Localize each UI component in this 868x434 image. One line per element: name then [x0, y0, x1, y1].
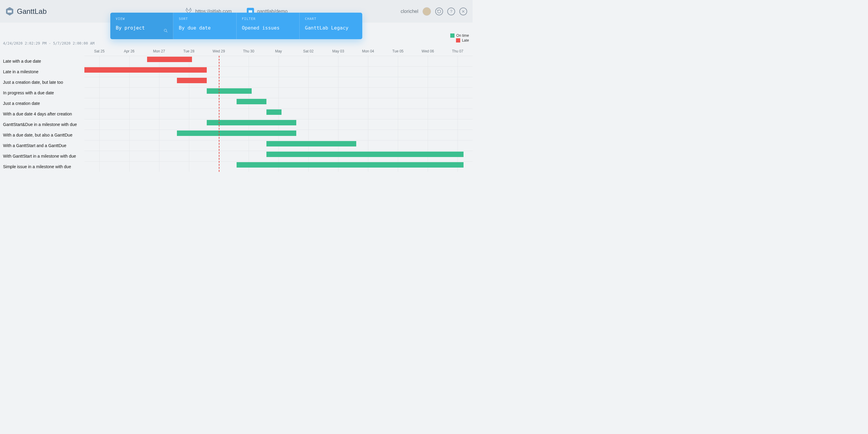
- time-tick: Tue 05: [393, 49, 404, 53]
- gantt-bar[interactable]: [177, 130, 296, 136]
- gantt-bar[interactable]: [237, 162, 464, 167]
- gantt-bar[interactable]: [177, 78, 207, 83]
- gantt-row-label: With a GanttStart and a GanttDue: [0, 140, 84, 151]
- grid-hline: [84, 151, 472, 151]
- time-tick: Thu 30: [243, 49, 254, 53]
- legend-ontime-label: On time: [456, 33, 469, 38]
- grid-hline: [84, 77, 472, 77]
- header-right: clorichel ?: [401, 7, 467, 16]
- gantt-bar[interactable]: [207, 120, 296, 125]
- control-sort-label: SORT: [179, 17, 230, 21]
- user-avatar[interactable]: [423, 7, 431, 16]
- gantt-grid: Sat 25Apr 26Mon 27Tue 28Wed 29Thu 30MayS…: [84, 47, 472, 172]
- grid-hline: [84, 98, 472, 98]
- gantt-row-label: Late in a milestone: [0, 66, 84, 77]
- time-tick: Mon 27: [153, 49, 165, 53]
- grid-hline: [84, 119, 472, 119]
- legend-swatch-ontime: [450, 33, 455, 38]
- legend-ontime: On time: [450, 33, 469, 38]
- grid-vline: [189, 56, 189, 172]
- time-tick: Apr 26: [124, 49, 134, 53]
- legend-swatch-late: [456, 38, 460, 42]
- chart-legend: On time Late: [450, 33, 469, 43]
- time-tick: May 03: [332, 49, 344, 53]
- date-range-label: 4/24/2020 2:02:29 PM - 5/7/2020 2:00:00 …: [0, 41, 472, 45]
- control-chart-label: CHART: [305, 17, 357, 21]
- gantt-bar[interactable]: [267, 152, 464, 157]
- gantt-row-label: Just a creation date: [0, 98, 84, 108]
- grid-hline: [84, 140, 472, 141]
- ganttlab-logo-icon: [5, 7, 14, 16]
- refresh-button[interactable]: [435, 7, 443, 16]
- time-tick: Mon 04: [362, 49, 374, 53]
- grid-vline: [159, 56, 159, 172]
- control-filter[interactable]: FILTER Opened issues: [237, 13, 300, 39]
- username-label: clorichel: [401, 9, 418, 14]
- time-tick: Sat 02: [303, 49, 314, 53]
- gantt-bar[interactable]: [237, 99, 267, 104]
- time-tick: May: [275, 49, 282, 53]
- grid-vline: [129, 56, 130, 172]
- gantt-row-label: In progress with a due date: [0, 87, 84, 98]
- app-header: GanttLab https://gitlab.com ganttlab/dem…: [0, 0, 472, 23]
- time-tick: Wed 29: [213, 49, 225, 53]
- control-view[interactable]: VIEW By project: [110, 13, 173, 39]
- gantt-row-label: GanttStart&Due in a milestone with due: [0, 119, 84, 130]
- control-view-label: VIEW: [116, 17, 167, 21]
- time-tick: Thu 07: [452, 49, 463, 53]
- grid-vline: [249, 56, 249, 172]
- svg-point-0: [164, 29, 167, 32]
- grid-hline: [84, 130, 472, 130]
- control-bar: VIEW By project SORT By due date FILTER …: [110, 13, 362, 39]
- grid-hline: [84, 66, 472, 67]
- close-button[interactable]: [459, 7, 467, 16]
- legend-late-label: Late: [462, 38, 469, 42]
- time-tick: Tue 28: [183, 49, 194, 53]
- control-chart-value: GanttLab Legacy: [305, 25, 357, 31]
- app-title: GanttLab: [17, 7, 47, 16]
- control-sort[interactable]: SORT By due date: [173, 13, 236, 39]
- gantt-row-label: Simple issue in a milestone with due: [0, 161, 84, 172]
- time-tick: Sat 25: [94, 49, 104, 53]
- grid-hline: [84, 87, 472, 88]
- gantt-grid-body: [84, 56, 472, 172]
- gantt-bar[interactable]: [207, 88, 252, 94]
- chart-area: On time Late 4/24/2020 2:02:29 PM - 5/7/…: [0, 41, 472, 172]
- gantt-bar[interactable]: [84, 67, 207, 73]
- logo-area[interactable]: GanttLab: [5, 7, 47, 16]
- time-tick: Wed 06: [422, 49, 434, 53]
- gantt-row-labels: Late with a due dateLate in a milestoneJ…: [0, 47, 84, 172]
- control-filter-value: Opened issues: [242, 25, 294, 31]
- grid-hline: [84, 108, 472, 109]
- control-filter-label: FILTER: [242, 17, 294, 21]
- grid-vline: [99, 56, 100, 172]
- gantt-row-label: With a due date, but also a GanttDue: [0, 130, 84, 140]
- search-icon: [163, 28, 168, 34]
- svg-line-1: [166, 31, 167, 33]
- control-sort-value: By due date: [179, 25, 230, 31]
- gantt-row-label: With GanttStart in a milestone with due: [0, 151, 84, 161]
- gantt-bar[interactable]: [147, 57, 192, 62]
- gantt-bar[interactable]: [267, 141, 356, 147]
- gantt-row-label: Just a creation date, but late too: [0, 77, 84, 87]
- legend-late: Late: [450, 38, 469, 42]
- help-button[interactable]: ?: [447, 7, 455, 16]
- control-view-value: By project: [116, 25, 167, 31]
- grid-hline: [84, 56, 472, 56]
- control-chart[interactable]: CHART GanttLab Legacy: [300, 13, 362, 39]
- today-marker: [219, 56, 219, 172]
- gantt-chart: Late with a due dateLate in a milestoneJ…: [0, 47, 472, 172]
- gantt-bar[interactable]: [267, 110, 281, 115]
- gantt-row-label: With a due date 4 days after creation: [0, 108, 84, 119]
- gantt-time-header: Sat 25Apr 26Mon 27Tue 28Wed 29Thu 30MayS…: [84, 47, 472, 56]
- gantt-row-label: Late with a due date: [0, 56, 84, 66]
